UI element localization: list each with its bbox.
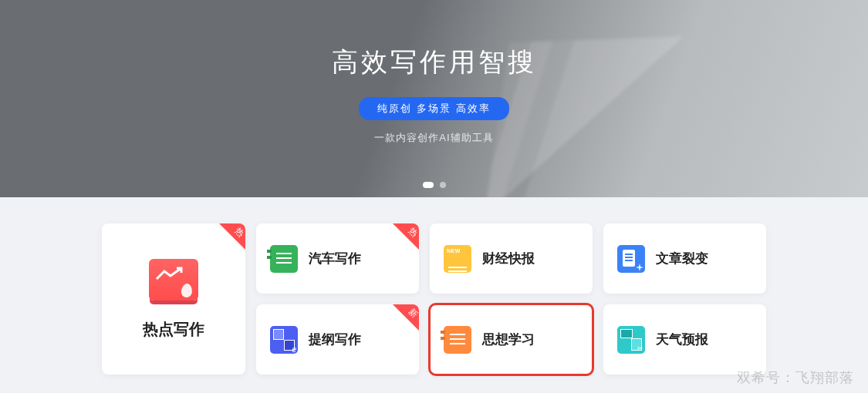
card-label: 天气预报 [656, 331, 708, 348]
carousel-dots [423, 182, 446, 188]
card-label: 提纲写作 [309, 331, 361, 348]
card-label: 文章裂变 [656, 250, 708, 267]
card-label: 思想学习 [482, 331, 535, 348]
card-article-split[interactable]: 文章裂变 [603, 223, 766, 294]
hero-title: 高效写作用智搜 [332, 45, 537, 80]
hero-banner: 高效写作用智搜 纯原创 多场景 高效率 一款内容创作AI辅助工具 [0, 0, 868, 197]
purple-grid-icon: e [270, 326, 298, 354]
card-thought-study[interactable]: 思想学习 [430, 304, 593, 375]
carousel-dot-2[interactable] [440, 182, 446, 188]
card-weather-forecast[interactable]: ✂ 天气预报 [603, 304, 766, 375]
yellow-new-icon: NEW [444, 245, 471, 273]
badge-hot-icon: 热 [219, 223, 245, 250]
green-book-icon [270, 245, 298, 273]
feature-cards-area: 热 热点写作 热 汽车写作 NEW 财经快报 文章裂变 新 e 提纲写作 [0, 197, 868, 375]
trending-chart-icon [149, 259, 198, 301]
card-grid: 热 汽车写作 NEW 财经快报 文章裂变 新 e 提纲写作 思想学习 ✂ 天气 [256, 223, 766, 375]
badge-hot-icon: 热 [393, 223, 419, 250]
blue-doc-icon [617, 245, 645, 273]
card-outline-writing[interactable]: 新 e 提纲写作 [256, 304, 419, 375]
hero-tag-pill: 纯原创 多场景 高效率 [359, 97, 508, 120]
badge-new-icon: 新 [393, 304, 419, 331]
card-label: 热点写作 [143, 319, 204, 340]
card-finance-news[interactable]: NEW 财经快报 [430, 223, 593, 294]
card-car-writing[interactable]: 热 汽车写作 [256, 223, 419, 294]
carousel-dot-1[interactable] [423, 182, 434, 188]
hero-subtitle: 一款内容创作AI辅助工具 [374, 131, 493, 145]
orange-book-icon [444, 326, 471, 354]
card-label: 汽车写作 [309, 250, 361, 267]
card-hot-writing[interactable]: 热 热点写作 [102, 223, 245, 375]
card-label: 财经快报 [482, 250, 535, 267]
teal-blocks-icon: ✂ [617, 326, 645, 354]
